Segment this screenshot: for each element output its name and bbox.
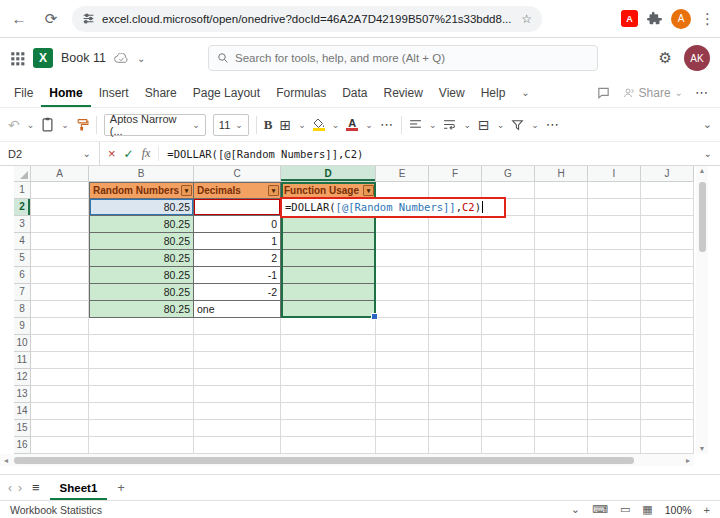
- cell-J5[interactable]: [641, 250, 694, 267]
- cell-H13[interactable]: [535, 386, 588, 403]
- cell-B8[interactable]: 80.25: [89, 301, 194, 318]
- workbook-menu-caret-icon[interactable]: ⌄: [137, 53, 145, 64]
- cell-D14[interactable]: [281, 403, 376, 420]
- cell-J15[interactable]: [641, 420, 694, 437]
- cell-H5[interactable]: [535, 250, 588, 267]
- cell-C13[interactable]: [194, 386, 281, 403]
- cell-I3[interactable]: [588, 216, 641, 233]
- scroll-up-icon[interactable]: ▲: [699, 166, 706, 176]
- cell-B10[interactable]: [89, 335, 194, 352]
- cell-I16[interactable]: [588, 437, 641, 454]
- cell-editor-D2[interactable]: =DOLLAR([@[Random Numbers]],C2): [280, 197, 506, 218]
- ribbon-collapse-caret-icon[interactable]: ⌄: [703, 118, 712, 131]
- cell-F9[interactable]: [429, 318, 482, 335]
- cell-C10[interactable]: [194, 335, 281, 352]
- bold-button[interactable]: B: [264, 117, 273, 133]
- cell-E7[interactable]: [376, 284, 429, 301]
- scroll-left-icon[interactable]: ◂: [4, 456, 8, 465]
- cell-H4[interactable]: [535, 233, 588, 250]
- col-header-E[interactable]: E: [376, 166, 429, 182]
- cell-B3[interactable]: 80.25: [89, 216, 194, 233]
- menu-home[interactable]: Home: [41, 78, 90, 107]
- cell-C4[interactable]: 1: [194, 233, 281, 250]
- name-box[interactable]: D2 ⌄: [0, 142, 100, 165]
- cell-J12[interactable]: [641, 369, 694, 386]
- cell-I6[interactable]: [588, 267, 641, 284]
- back-icon[interactable]: ←: [8, 10, 30, 27]
- cancel-entry-icon[interactable]: ×: [108, 146, 116, 161]
- scroll-right-icon[interactable]: ▸: [686, 456, 690, 465]
- cell-A11[interactable]: [31, 352, 89, 369]
- cell-J11[interactable]: [641, 352, 694, 369]
- font-group-more-icon[interactable]: ⋯: [380, 117, 394, 132]
- cell-E13[interactable]: [376, 386, 429, 403]
- cell-A15[interactable]: [31, 420, 89, 437]
- cell-E9[interactable]: [376, 318, 429, 335]
- cell-F13[interactable]: [429, 386, 482, 403]
- filter-button-icon[interactable]: ▾: [363, 185, 374, 196]
- menu-share[interactable]: Share: [137, 78, 185, 107]
- menu-data[interactable]: Data: [334, 78, 375, 107]
- cell-C8[interactable]: one: [194, 301, 281, 318]
- cell-E15[interactable]: [376, 420, 429, 437]
- wrap-caret-icon[interactable]: ⌄: [463, 120, 471, 130]
- row-header-5[interactable]: 5: [14, 250, 31, 267]
- cell-A16[interactable]: [31, 437, 89, 454]
- format-painter-icon[interactable]: [76, 118, 89, 132]
- cell-C1[interactable]: Decimals▾: [194, 182, 281, 199]
- cell-J14[interactable]: [641, 403, 694, 420]
- address-bar[interactable]: excel.cloud.microsoft/open/onedrive?docI…: [72, 6, 542, 32]
- cell-F3[interactable]: [429, 216, 482, 233]
- font-color-button[interactable]: A: [346, 118, 358, 131]
- row-header-6[interactable]: 6: [14, 267, 31, 284]
- cell-D7[interactable]: [281, 284, 376, 301]
- cell-G11[interactable]: [482, 352, 535, 369]
- cell-E14[interactable]: [376, 403, 429, 420]
- cell-H10[interactable]: [535, 335, 588, 352]
- cell-A10[interactable]: [31, 335, 89, 352]
- browser-menu-icon[interactable]: ⋮: [700, 10, 712, 28]
- col-header-I[interactable]: I: [588, 166, 641, 182]
- zoom-in-icon[interactable]: +: [704, 504, 710, 516]
- cell-F12[interactable]: [429, 369, 482, 386]
- cell-J7[interactable]: [641, 284, 694, 301]
- cell-G13[interactable]: [482, 386, 535, 403]
- workbook-statistics-link[interactable]: Workbook Statistics: [10, 504, 102, 516]
- account-avatar[interactable]: AK: [684, 45, 710, 71]
- row-header-4[interactable]: 4: [14, 233, 31, 250]
- cell-F16[interactable]: [429, 437, 482, 454]
- cell-A5[interactable]: [31, 250, 89, 267]
- keyboard-shortcuts-icon[interactable]: ⌨: [592, 503, 608, 516]
- col-header-G[interactable]: G: [482, 166, 535, 182]
- cell-H2[interactable]: [535, 199, 588, 216]
- scroll-down-icon[interactable]: ▼: [699, 444, 706, 454]
- cell-B5[interactable]: 80.25: [89, 250, 194, 267]
- horizontal-scrollbar[interactable]: ◂ ▸: [0, 454, 694, 466]
- cell-H12[interactable]: [535, 369, 588, 386]
- cell-F5[interactable]: [429, 250, 482, 267]
- align-left-icon[interactable]: [409, 119, 422, 130]
- row-header-1[interactable]: 1: [14, 182, 31, 199]
- cell-I8[interactable]: [588, 301, 641, 318]
- cell-G7[interactable]: [482, 284, 535, 301]
- ribbon-more-icon[interactable]: ⋯: [546, 117, 560, 132]
- row-header-3[interactable]: 3: [14, 216, 31, 233]
- cell-I15[interactable]: [588, 420, 641, 437]
- cell-H14[interactable]: [535, 403, 588, 420]
- menu-file[interactable]: File: [6, 78, 41, 107]
- cell-B2[interactable]: 80.25: [89, 199, 194, 216]
- cell-E6[interactable]: [376, 267, 429, 284]
- vertical-scroll-thumb[interactable]: [699, 182, 706, 252]
- cell-F7[interactable]: [429, 284, 482, 301]
- cell-G6[interactable]: [482, 267, 535, 284]
- cell-E10[interactable]: [376, 335, 429, 352]
- menu-page-layout[interactable]: Page Layout: [185, 78, 268, 107]
- row-header-8[interactable]: 8: [14, 301, 31, 318]
- cell-J9[interactable]: [641, 318, 694, 335]
- workbook-title[interactable]: Book 11: [61, 51, 106, 65]
- cell-H7[interactable]: [535, 284, 588, 301]
- cell-H11[interactable]: [535, 352, 588, 369]
- cell-D5[interactable]: [281, 250, 376, 267]
- menu-review[interactable]: Review: [376, 78, 431, 107]
- row-header-7[interactable]: 7: [14, 284, 31, 301]
